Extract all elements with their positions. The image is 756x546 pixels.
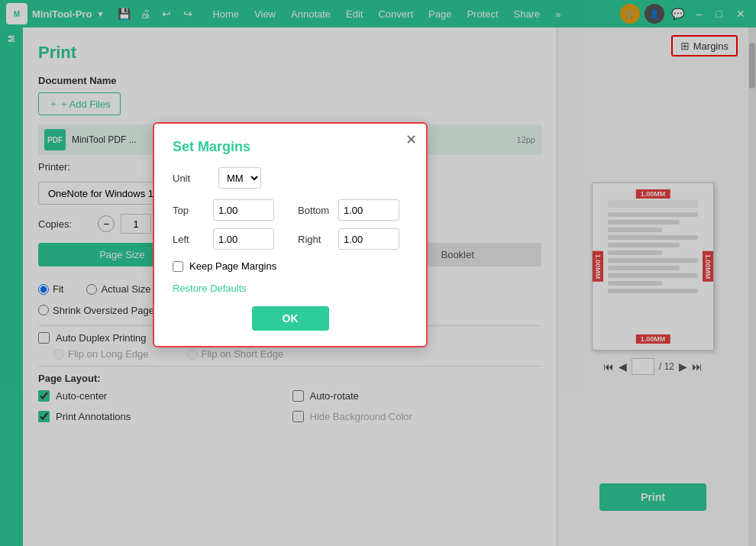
set-margins-modal: Set Margins ✕ Unit MM IN PT Top Bottom L… [153,122,428,347]
unit-select[interactable]: MM IN PT [218,167,261,189]
right-label: Right [298,234,332,245]
bottom-input[interactable] [338,199,399,221]
right-field: Right [298,228,408,250]
bottom-field: Bottom [298,199,408,221]
top-field: Top [173,199,283,221]
keep-margins-checkbox[interactable] [173,261,183,272]
modal-title: Set Margins [173,139,408,155]
unit-row: Unit MM IN PT [173,167,408,189]
keep-margins-row: Keep Page Margins [173,260,408,272]
right-input[interactable] [338,228,399,250]
unit-label: Unit [173,173,218,184]
margin-fields: Top Bottom Left Right [173,199,408,250]
left-field: Left [173,228,283,250]
modal-overlay: Set Margins ✕ Unit MM IN PT Top Bottom L… [0,0,756,546]
bottom-label: Bottom [298,205,332,216]
left-input[interactable] [213,228,274,250]
modal-close-button[interactable]: ✕ [405,131,417,148]
top-label: Top [173,205,207,216]
keep-margins-label: Keep Page Margins [189,260,276,272]
modal-ok-button[interactable]: OK [252,306,329,331]
restore-defaults-link[interactable]: Restore Defaults [173,283,247,294]
top-input[interactable] [213,199,274,221]
left-label: Left [173,234,207,245]
